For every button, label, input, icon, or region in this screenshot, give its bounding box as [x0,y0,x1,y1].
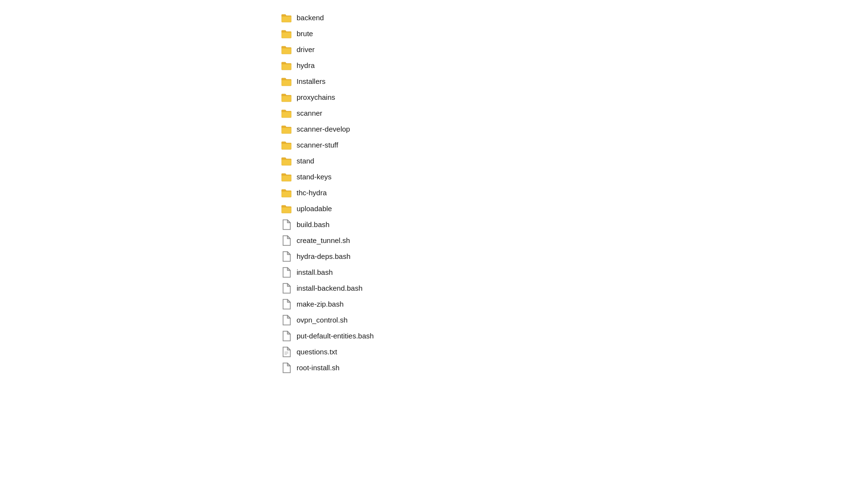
text-file-icon [281,347,292,357]
list-item[interactable]: ovpn_control.sh [277,312,868,328]
file-name: uploadable [297,204,332,213]
file-name: install.bash [297,268,333,276]
file-name: create_tunnel.sh [297,236,350,244]
list-item[interactable]: proxychains [277,89,868,105]
list-item[interactable]: scanner-stuff [277,137,868,153]
file-name: scanner-develop [297,125,350,133]
file-name: questions.txt [297,348,337,356]
list-item[interactable]: hydra-deps.bash [277,248,868,264]
file-icon [281,299,292,310]
folder-icon [281,124,292,135]
list-item[interactable]: backend [277,10,868,26]
folder-icon [281,108,292,119]
list-item[interactable]: brute [277,26,868,41]
file-name: thc-hydra [297,189,327,197]
list-item[interactable]: scanner [277,105,868,121]
file-name: build.bash [297,220,329,229]
list-item[interactable]: build.bash [277,216,868,232]
list-item[interactable]: scanner-develop [277,121,868,137]
file-icon [281,251,292,262]
list-item[interactable]: Installers [277,73,868,89]
folder-icon [281,156,292,166]
folder-icon [281,203,292,214]
list-item[interactable]: driver [277,41,868,57]
folder-icon [281,140,292,150]
file-name: proxychains [297,93,335,101]
file-name: put-default-entities.bash [297,332,374,340]
list-item[interactable]: make-zip.bash [277,296,868,312]
folder-icon [281,172,292,182]
folder-icon [281,28,292,39]
file-name: stand [297,157,314,165]
list-item[interactable]: create_tunnel.sh [277,232,868,248]
list-item[interactable]: uploadable [277,201,868,216]
file-name: brute [297,29,313,38]
file-icon [281,267,292,278]
folder-icon [281,76,292,87]
file-name: scanner-stuff [297,141,338,149]
file-name: root-install.sh [297,364,339,372]
file-name: scanner [297,109,322,117]
file-name: stand-keys [297,173,332,181]
file-name: hydra-deps.bash [297,252,351,260]
file-icon [281,315,292,325]
file-name: Installers [297,77,326,85]
list-item[interactable]: put-default-entities.bash [277,328,868,344]
list-item[interactable]: thc-hydra [277,185,868,201]
file-icon [281,283,292,294]
list-item[interactable]: stand [277,153,868,169]
file-icon [281,363,292,373]
list-item[interactable]: hydra [277,57,868,73]
list-item[interactable]: install-backend.bash [277,280,868,296]
list-item[interactable]: root-install.sh [277,360,868,376]
list-item[interactable]: stand-keys [277,169,868,185]
folder-icon [281,60,292,71]
file-name: hydra [297,61,315,69]
file-name: install-backend.bash [297,284,363,292]
list-item[interactable]: install.bash [277,264,868,280]
folder-icon [281,92,292,103]
list-item[interactable]: questions.txt [277,344,868,360]
file-icon [281,235,292,246]
file-name: backend [297,13,324,22]
file-name: driver [297,45,315,54]
file-icon [281,219,292,230]
folder-icon [281,188,292,198]
file-name: make-zip.bash [297,300,344,308]
file-name: ovpn_control.sh [297,316,348,324]
folder-icon [281,13,292,23]
folder-icon [281,44,292,55]
file-icon [281,331,292,341]
file-list: backend brute driver hydra Installers pr… [0,0,868,385]
